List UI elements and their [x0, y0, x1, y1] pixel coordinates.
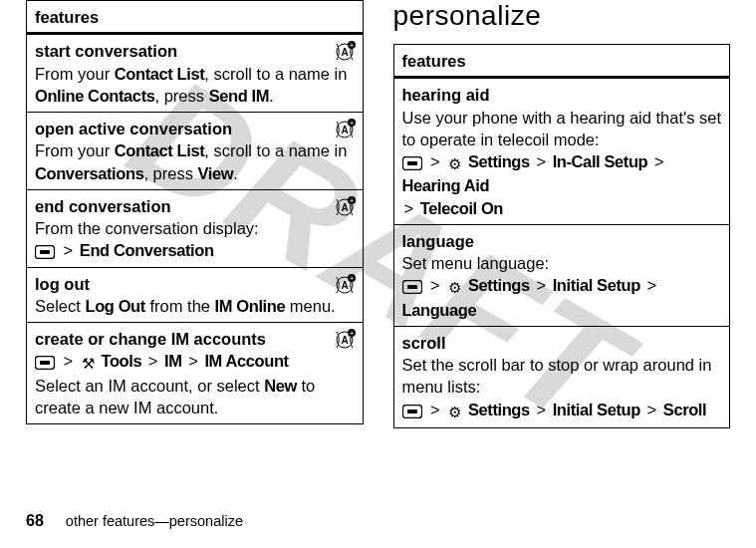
gt: > [430, 276, 440, 294]
menu-key-icon [402, 405, 422, 418]
gt: > [430, 401, 440, 418]
row-open-active: A+ open active conversation From your Co… [27, 113, 364, 190]
svg-text:+: + [349, 196, 354, 205]
t: , press [143, 164, 197, 182]
t: From your [35, 141, 115, 159]
menu-key-icon [35, 245, 55, 259]
t: Send IM [209, 87, 269, 105]
row-title: language [402, 232, 474, 250]
row-title: end conversation [35, 197, 171, 215]
svg-rect-13 [40, 250, 50, 254]
network-icon: A+ [333, 273, 357, 302]
t: . [269, 87, 274, 105]
svg-text:+: + [349, 329, 354, 338]
row-end-conversation: A+ end conversation From the conversatio… [27, 189, 364, 267]
row-body: Set menu language: [402, 254, 550, 272]
t: Log Out [85, 297, 144, 315]
row-start-conversation: A+ start conversation From your Contact … [27, 34, 364, 113]
svg-text:A: A [341, 125, 348, 136]
svg-rect-27 [407, 285, 417, 289]
svg-rect-25 [407, 161, 417, 165]
row-create-im: A+ create or change IM accounts > ⚒ Tool… [27, 323, 364, 424]
table-header: features [393, 45, 730, 78]
page-number: 68 [26, 512, 44, 529]
t: Select an IM account, or select [35, 377, 264, 395]
t: Contact List [115, 141, 205, 159]
path-item: IM [164, 352, 182, 370]
gt: > [188, 352, 198, 370]
t: IM Online [215, 297, 286, 315]
menu-key-icon [402, 156, 422, 170]
gt: > [64, 241, 74, 259]
path-item: IM Account [204, 352, 288, 370]
t: Conversations [35, 164, 143, 182]
t: Select [35, 297, 85, 315]
gt: > [536, 276, 546, 294]
page-footer: 68 other features—personalize [26, 512, 243, 530]
row-title: open active conversation [35, 120, 232, 137]
svg-text:A: A [341, 47, 348, 58]
network-icon: A+ [333, 195, 357, 224]
path-item: Hearing Aid [402, 176, 490, 194]
t: , press [155, 87, 209, 105]
row-title: hearing aid [402, 86, 490, 104]
t: , scroll to a name in [204, 141, 347, 159]
features-table-left: features A+ start conversation From your… [26, 0, 364, 424]
row-body: Use your phone with a hearing aid that's… [402, 109, 722, 148]
network-icon: A+ [333, 328, 357, 357]
t: . [233, 164, 238, 182]
footer-text: other features—personalize [66, 513, 243, 529]
page-content: features A+ start conversation From your… [0, 0, 756, 428]
row-hearing-aid: hearing aid Use your phone with a hearin… [393, 78, 730, 225]
settings-icon: ⚙ [448, 278, 461, 298]
tools-icon: ⚒ [82, 354, 95, 374]
gt: > [536, 401, 546, 418]
path-item: Scroll [663, 401, 706, 418]
settings-icon: ⚙ [448, 403, 461, 422]
row-title: create or change IM accounts [35, 330, 266, 348]
svg-text:A: A [341, 202, 348, 213]
row-title: log out [35, 275, 90, 293]
path-item: Tools [101, 352, 141, 370]
svg-text:+: + [349, 274, 354, 283]
t: menu. [285, 297, 335, 315]
svg-rect-23 [40, 361, 50, 365]
row-body: From the conversation display: [35, 219, 259, 237]
gt: > [430, 152, 440, 170]
row-scroll: scroll Set the scroll bar to stop or wra… [393, 326, 730, 427]
gt: > [536, 152, 546, 170]
gt: > [654, 152, 664, 170]
svg-rect-29 [407, 410, 417, 413]
svg-text:A: A [341, 280, 348, 291]
t: Online Contacts [35, 87, 155, 105]
features-table-right: features hearing aid Use your phone with… [393, 44, 731, 428]
right-column: personalize features hearing aid Use you… [393, 0, 731, 428]
path-item: Settings [468, 401, 530, 418]
path-item: Settings [468, 152, 530, 170]
path-item: End Conversation [80, 241, 214, 259]
left-column: features A+ start conversation From your… [26, 0, 364, 428]
gt: > [404, 199, 414, 217]
path-item: Settings [468, 276, 530, 294]
svg-text:A: A [341, 335, 348, 346]
path-item: Initial Setup [553, 401, 640, 418]
gt: > [647, 401, 657, 418]
t: From your [35, 65, 115, 83]
gt: > [647, 276, 657, 294]
row-language: language Set menu language: > ⚙ Settings… [393, 224, 730, 326]
row-title: scroll [402, 334, 446, 352]
path-item: In-Call Setup [553, 152, 648, 170]
row-log-out: A+ log out Select Log Out from the IM On… [27, 267, 364, 323]
gt: > [148, 352, 158, 370]
svg-text:+: + [349, 119, 354, 128]
settings-icon: ⚙ [448, 154, 461, 174]
svg-text:+: + [349, 41, 354, 50]
t: from the [145, 297, 215, 315]
menu-key-icon [402, 280, 422, 294]
section-heading: personalize [393, 0, 731, 32]
t: New [264, 377, 297, 395]
t: , scroll to a name in [204, 65, 347, 83]
path-item: Language [402, 301, 477, 319]
path-item: Initial Setup [553, 276, 640, 294]
gt: > [64, 352, 74, 370]
